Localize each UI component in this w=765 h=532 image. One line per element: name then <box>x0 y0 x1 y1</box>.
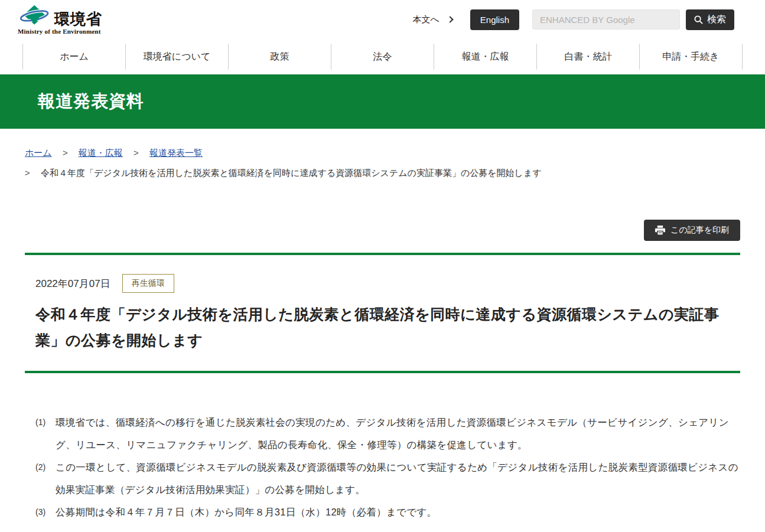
chevron-right-icon <box>447 16 453 22</box>
breadcrumb-separator: > <box>63 148 68 158</box>
article-body: (1) 環境省では、循環経済への移行を通じた脱炭素社会の実現のため、デジタル技術… <box>25 411 740 523</box>
divider-top <box>25 253 740 255</box>
nav-item-press[interactable]: 報道・広報 <box>434 44 536 70</box>
page-title: 報道発表資料 <box>0 90 144 113</box>
page-banner: 報道発表資料 <box>0 74 765 129</box>
article: この記事を印刷 2022年07月07日 再生循環 令和４年度「デジタル技術を活用… <box>25 220 740 523</box>
paragraph-number: (1) <box>35 411 56 456</box>
search-icon <box>694 15 703 24</box>
logo-title: 環境省 <box>54 11 102 27</box>
breadcrumb-link-press-list[interactable]: 報道発表一覧 <box>149 148 203 158</box>
moe-logo-mark-icon <box>18 4 52 27</box>
skip-to-content-link[interactable]: 本文へ <box>412 14 452 25</box>
global-nav: ホーム 環境省について 政策 法令 報道・広報 白書・統計 申請・手続き <box>0 39 765 74</box>
paragraph-3: (3) 公募期間は令和４年７月７日（木）から同年８月31日（水）12時（必着）ま… <box>25 501 740 523</box>
breadcrumb-link-press[interactable]: 報道・広報 <box>79 148 123 158</box>
search-button-label: 検索 <box>707 14 726 26</box>
article-title: 令和４年度「デジタル技術を活用した脱炭素と循環経済を同時に達成する資源循環システ… <box>35 301 730 353</box>
breadcrumb-current: 令和４年度「デジタル技術を活用した脱炭素と循環経済を同時に達成する資源循環システ… <box>41 168 542 178</box>
nav-item-application[interactable]: 申請・手続き <box>639 44 743 70</box>
nav-item-home[interactable]: ホーム <box>22 44 125 70</box>
search-input[interactable] <box>532 9 680 30</box>
breadcrumb: ホーム > 報道・広報 > 報道発表一覧 > 令和４年度「デジタル技術を活用した… <box>25 143 740 183</box>
site-header: 環境省 Ministry of the Environment 本文へ Engl… <box>0 0 765 39</box>
printer-icon <box>655 226 665 235</box>
paragraph-2: (2) この一環として、資源循環ビジネスモデルの脱炭素及び資源循環等の効果につい… <box>25 456 740 501</box>
print-article-button[interactable]: この記事を印刷 <box>644 220 740 241</box>
print-button-label: この記事を印刷 <box>670 225 729 236</box>
article-date: 2022年07月07日 <box>35 277 110 291</box>
divider-under-title <box>25 371 740 373</box>
search-button[interactable]: 検索 <box>686 9 734 30</box>
paragraph-text: この一環として、資源循環ビジネスモデルの脱炭素及び資源循環等の効果について実証す… <box>56 456 740 501</box>
skip-link-label: 本文へ <box>412 14 439 25</box>
paragraph-text: 公募期間は令和４年７月７日（木）から同年８月31日（水）12時（必着）までです。 <box>56 501 740 523</box>
category-badge: 再生循環 <box>122 274 174 293</box>
paragraph-number: (3) <box>35 501 56 523</box>
breadcrumb-separator: > <box>25 168 30 178</box>
nav-item-policy[interactable]: 政策 <box>228 44 331 70</box>
nav-item-about[interactable]: 環境省について <box>125 44 228 70</box>
paragraph-text: 環境省では、循環経済への移行を通じた脱炭素社会の実現のため、デジタル技術を活用し… <box>56 411 740 456</box>
nav-item-laws[interactable]: 法令 <box>331 44 434 70</box>
moe-logo[interactable]: 環境省 Ministry of the Environment <box>18 4 102 35</box>
logo-subtitle: Ministry of the Environment <box>18 28 102 35</box>
breadcrumb-separator: > <box>134 148 139 158</box>
paragraph-number: (2) <box>35 456 56 501</box>
paragraph-1: (1) 環境省では、循環経済への移行を通じた脱炭素社会の実現のため、デジタル技術… <box>25 411 740 456</box>
english-button[interactable]: English <box>470 9 519 30</box>
breadcrumb-link-home[interactable]: ホーム <box>25 148 52 158</box>
nav-item-whitepaper[interactable]: 白書・統計 <box>536 44 639 70</box>
